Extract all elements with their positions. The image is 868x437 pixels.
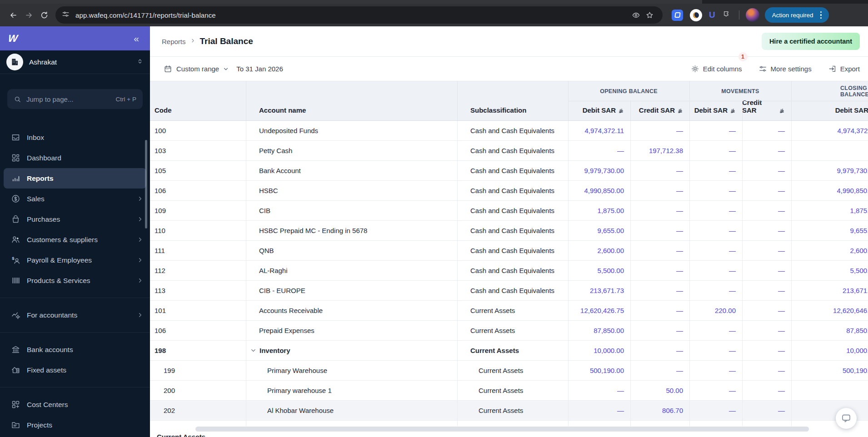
header-account-name[interactable]: Account name (246, 81, 457, 120)
sidebar-item-fixed-assets[interactable]: Fixed assets (0, 360, 150, 380)
chat-widget-button[interactable] (836, 408, 857, 429)
cell-movements-debit: — (689, 261, 742, 280)
sidebar-scrollbar-thumb[interactable] (145, 140, 147, 228)
cell-opening-credit: — (630, 281, 689, 300)
cell-closing-debit: 4,974,372.11 (791, 121, 868, 140)
table-row[interactable]: 106HSBCCash and Cash Equivalents4,990,85… (150, 181, 868, 201)
sidebar-item-projects[interactable]: Projects (0, 415, 150, 435)
table-row[interactable]: 200Primary warehouse 1Current Assets—50.… (150, 381, 868, 401)
cell-opening-credit (630, 421, 689, 426)
extension-avatar-icon[interactable] (690, 9, 702, 21)
sidebar-item-sales[interactable]: Sales (0, 189, 150, 209)
table-row[interactable]: 113CIB - EUROPECash and Cash Equivalents… (150, 281, 868, 301)
back-button[interactable] (5, 7, 21, 23)
chevron-right-icon (137, 277, 144, 284)
table-row[interactable]: 105Bank AccountCash and Cash Equivalents… (150, 161, 868, 181)
sidebar-item-customers[interactable]: Customers & suppliers (0, 229, 150, 250)
bank-icon (11, 345, 20, 354)
cell-movements-credit: — (742, 401, 791, 420)
header-code[interactable]: Code (150, 81, 246, 120)
sidebar-item-cost-centers[interactable]: Cost Centers (0, 394, 150, 415)
hire-accountant-button[interactable]: Hire a certified accountant (762, 33, 860, 50)
preview-eye-icon[interactable] (629, 8, 643, 22)
site-settings-icon[interactable] (62, 10, 70, 20)
sidebar-item-payroll[interactable]: $Payroll & Employees (0, 250, 150, 270)
chevron-right-icon (137, 257, 144, 263)
sidebar-item-products[interactable]: Products & Services (0, 270, 150, 291)
table-row[interactable]: 109CIBCash and Cash Equivalents1,875.00—… (150, 201, 868, 221)
cell-movements-credit: — (742, 281, 791, 300)
extensions-puzzle-icon[interactable] (722, 10, 732, 21)
cell-subclassification: Cash and Cash Equivalents (457, 261, 568, 280)
cell-movements-debit: — (689, 181, 742, 200)
search-placeholder: Jump to page... (26, 95, 73, 103)
collapse-chevron-icon[interactable] (250, 347, 257, 354)
extension-u-icon[interactable]: U (709, 10, 715, 20)
sidebar-item-inbox[interactable]: Inbox (0, 127, 150, 148)
profile-avatar[interactable] (746, 8, 759, 22)
table-row[interactable]: 199Primary WarehouseCurrent Assets500,19… (150, 361, 868, 381)
more-settings-button[interactable]: More settings (758, 65, 812, 73)
table-row[interactable]: 112AL-RaghiCash and Cash Equivalents5,50… (150, 261, 868, 281)
cell-account-name: HSBC Prepaid MC - Ending in 5678 (246, 221, 457, 240)
cell-movements-debit: — (689, 241, 742, 260)
summary-row-label: Current Assets (150, 433, 868, 437)
header-subclassification[interactable]: Subclassification (457, 81, 568, 120)
table-row[interactable]: 111QNBCash and Cash Equivalents2,600.00—… (150, 241, 868, 261)
page-title: Trial Balance (200, 36, 253, 46)
sliders-icon (758, 65, 767, 73)
cell-movements-credit: — (742, 341, 791, 360)
sar-currency-icon (730, 108, 736, 114)
cell-movements-credit: — (742, 201, 791, 220)
customers-icon (11, 235, 20, 244)
bookmark-star-icon[interactable] (643, 8, 656, 22)
horizontal-scrollbar-thumb[interactable] (195, 427, 809, 432)
cell-opening-credit: 806.70 (630, 401, 689, 420)
extension-icon[interactable] (672, 10, 683, 21)
sidebar-item-accountants[interactable]: For accountants (0, 305, 150, 325)
cell-opening-credit: — (630, 121, 689, 140)
breadcrumb-reports-link[interactable]: Reports (162, 38, 186, 45)
cell-code: 105 (150, 161, 246, 180)
sidebar-collapse-button[interactable]: « (131, 33, 142, 44)
cell-movements-debit: — (689, 221, 742, 240)
table-row[interactable]: 202Al Khobar WarehouseCurrent Assets—806… (150, 401, 868, 421)
table-row[interactable]: 110HSBC Prepaid MC - Ending in 5678Cash … (150, 221, 868, 241)
date-range-control[interactable]: Custom range To 31 Jan 2026 (164, 65, 283, 73)
url-bar[interactable]: app.wafeq.com/c/141771/reports/trial-bal… (55, 6, 663, 24)
search-icon (14, 95, 21, 103)
cell-account-name: AL-Raghi (246, 261, 457, 280)
cell-opening-debit: 213,671.73 (568, 281, 630, 300)
group-header-opening-balance: OPENING BALANCE (568, 81, 689, 101)
sidebar-item-dashboard[interactable]: Dashboard (0, 148, 150, 168)
active-tab[interactable] (0, 0, 702, 4)
action-required-pill[interactable]: Action required (765, 7, 829, 23)
reload-button[interactable] (36, 7, 52, 23)
chevron-right-icon (137, 195, 144, 202)
workspace-selector[interactable]: Ashrakat (0, 50, 150, 74)
sidebar-item-purchases[interactable]: Purchases (0, 209, 150, 229)
export-button[interactable]: Export (828, 65, 860, 73)
cell-movements-debit: — (689, 361, 742, 380)
cell-subclassification: Cash and Cash Equivalents (457, 181, 568, 200)
accountants-icon (11, 310, 20, 320)
browser-menu-icon[interactable] (816, 11, 826, 19)
sidebar-item-reports[interactable]: Reports (4, 168, 146, 189)
cell-opening-debit: 12,620,426.75 (568, 301, 630, 320)
table-row[interactable]: 101Accounts ReceivableCurrent Assets12,6… (150, 301, 868, 321)
divider (739, 10, 739, 20)
chevron-right-icon (137, 312, 144, 318)
url-text[interactable]: app.wafeq.com/c/141771/reports/trial-bal… (75, 11, 629, 19)
table-row[interactable]: 198InventoryCurrent Assets10,000.00———10… (150, 341, 868, 361)
table-row[interactable]: 100Undeposited FundsCash and Cash Equiva… (150, 121, 868, 141)
cell-opening-debit: 1,875.00 (568, 201, 630, 220)
table-row[interactable]: 106Prepaid ExpensesCurrent Assets87,850.… (150, 321, 868, 341)
cell-account-name: QNB (246, 241, 457, 260)
jump-to-page-search[interactable]: Jump to page... Ctrl + P (7, 89, 143, 109)
sidebar-item-label: Payroll & Employees (27, 256, 92, 264)
table-row[interactable]: 103Petty CashCash and Cash Equivalents—1… (150, 141, 868, 161)
cell-closing-debit: 213,671.73 (791, 281, 868, 300)
sidebar-item-bank[interactable]: Bank accounts (0, 339, 150, 360)
forward-button[interactable] (21, 7, 36, 23)
edit-columns-button[interactable]: Edit columns 1 (691, 65, 742, 73)
